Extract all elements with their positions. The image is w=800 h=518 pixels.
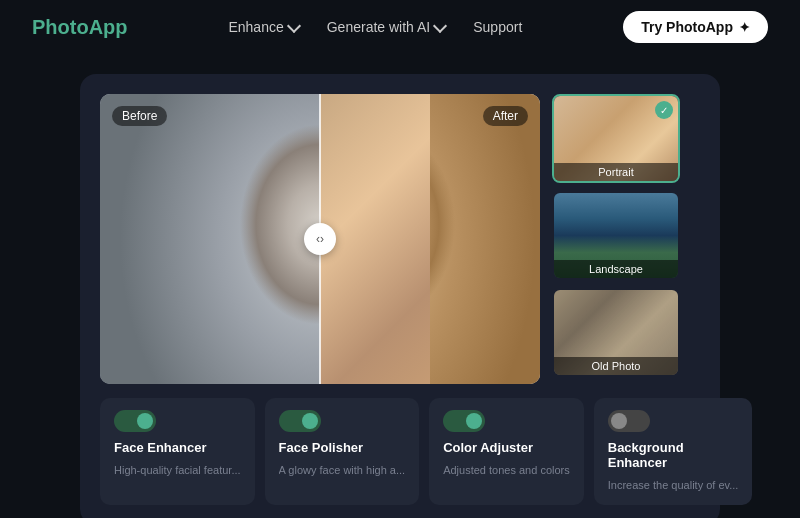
face-polisher-toggle[interactable] — [279, 410, 321, 432]
portrait-label: Portrait — [554, 163, 678, 181]
logo: PhotoApp — [32, 16, 128, 39]
tool-background-enhancer: Background Enhancer Increase the quality… — [594, 398, 753, 505]
toggle-row — [279, 410, 406, 432]
face-polisher-desc: A glowy face with high a... — [279, 463, 406, 478]
face-polisher-name: Face Polisher — [279, 440, 406, 455]
tool-face-enhancer: Face Enhancer High-quality facial featur… — [100, 398, 255, 505]
nav-enhance[interactable]: Enhance — [228, 19, 298, 35]
color-adjuster-name: Color Adjuster — [443, 440, 570, 455]
toggle-knob — [466, 413, 482, 429]
color-adjuster-toggle[interactable] — [443, 410, 485, 432]
thumb-oldphoto[interactable]: Old Photo — [552, 288, 680, 377]
face-enhancer-toggle[interactable] — [114, 410, 156, 432]
after-face — [430, 94, 540, 384]
toggle-knob — [611, 413, 627, 429]
nav: Enhance Generate with AI Support — [228, 19, 522, 35]
handle-icon: ‹› — [316, 232, 324, 246]
background-enhancer-toggle[interactable] — [608, 410, 650, 432]
toggle-row — [443, 410, 570, 432]
app-container: ‹› Before After Portrait ✓ Landscape — [80, 74, 720, 518]
nav-enhance-label: Enhance — [228, 19, 283, 35]
sparkle-icon: ✦ — [739, 20, 750, 35]
tool-color-adjuster: Color Adjuster Adjusted tones and colors — [429, 398, 584, 505]
try-button-label: Try PhotoApp — [641, 19, 733, 35]
toggle-knob — [137, 413, 153, 429]
toggle-row — [114, 410, 241, 432]
toggle-knob — [302, 413, 318, 429]
nav-support-label: Support — [473, 19, 522, 35]
top-section: ‹› Before After Portrait ✓ Landscape — [100, 94, 700, 384]
face-enhancer-name: Face Enhancer — [114, 440, 241, 455]
face-enhancer-desc: High-quality facial featur... — [114, 463, 241, 478]
check-icon: ✓ — [655, 101, 673, 119]
logo-app: App — [89, 16, 128, 38]
oldphoto-label: Old Photo — [554, 357, 678, 375]
after-label: After — [483, 106, 528, 126]
compare-handle[interactable]: ‹› — [304, 223, 336, 255]
color-adjuster-desc: Adjusted tones and colors — [443, 463, 570, 478]
comparison-viewer[interactable]: ‹› Before After — [100, 94, 540, 384]
background-enhancer-desc: Increase the quality of ev... — [608, 478, 739, 493]
tools-row: Face Enhancer High-quality facial featur… — [100, 398, 700, 505]
nav-support[interactable]: Support — [473, 19, 522, 35]
thumb-landscape[interactable]: Landscape — [552, 191, 680, 280]
nav-generate-label: Generate with AI — [327, 19, 431, 35]
try-button[interactable]: Try PhotoApp ✦ — [623, 11, 768, 43]
main-content: ‹› Before After Portrait ✓ Landscape — [0, 54, 800, 518]
header: PhotoApp Enhance Generate with AI Suppor… — [0, 0, 800, 54]
chevron-down-icon — [433, 18, 447, 32]
landscape-label: Landscape — [554, 260, 678, 278]
logo-photo: Photo — [32, 16, 89, 38]
toggle-row — [608, 410, 739, 432]
tool-face-polisher: Face Polisher A glowy face with high a..… — [265, 398, 420, 505]
chevron-down-icon — [287, 18, 301, 32]
thumb-portrait[interactable]: Portrait ✓ — [552, 94, 680, 183]
thumbnails-sidebar: Portrait ✓ Landscape Old Photo — [552, 94, 680, 384]
nav-generate-ai[interactable]: Generate with AI — [327, 19, 446, 35]
background-enhancer-name: Background Enhancer — [608, 440, 739, 470]
after-panel — [320, 94, 540, 384]
before-label: Before — [112, 106, 167, 126]
